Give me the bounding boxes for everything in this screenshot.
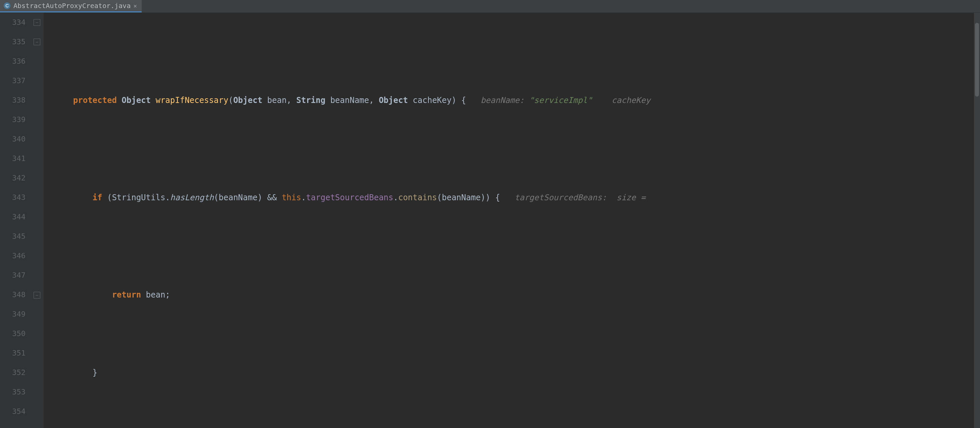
scrollbar-thumb[interactable] — [975, 23, 979, 97]
code-line[interactable]: protected Object wrapIfNecessary(Object … — [54, 90, 980, 110]
line-number[interactable]: 349 — [0, 304, 25, 324]
line-number[interactable]: 334 — [0, 13, 25, 32]
line-number[interactable]: 344 — [0, 207, 25, 227]
fold-toggle-icon[interactable]: − — [33, 38, 40, 45]
line-number[interactable]: 335 — [0, 32, 25, 52]
line-number[interactable]: 340 — [0, 130, 25, 149]
line-number[interactable]: 347 — [0, 266, 25, 285]
line-number[interactable]: 348 — [0, 285, 25, 304]
inline-debug-hint: targetSourcedBeans: size = — [515, 193, 646, 202]
editor: 3343353363373383393403413423433443453463… — [0, 13, 980, 428]
line-number-gutter: 3343353363373383393403413423433443453463… — [0, 13, 32, 428]
line-number[interactable]: 341 — [0, 149, 25, 168]
inline-debug-hint: cacheKey — [612, 95, 651, 105]
java-class-icon: C — [3, 2, 11, 10]
editor-tabbar: C AbstractAutoProxyCreator.java × — [0, 0, 980, 13]
svg-text:C: C — [5, 3, 9, 8]
line-number[interactable]: 352 — [0, 363, 25, 382]
line-number[interactable]: 354 — [0, 402, 25, 421]
line-number[interactable]: 339 — [0, 110, 25, 130]
close-icon[interactable]: × — [133, 2, 137, 10]
line-number[interactable]: 345 — [0, 227, 25, 246]
vertical-scrollbar[interactable] — [974, 13, 980, 428]
fold-toggle-icon[interactable]: − — [33, 19, 40, 26]
line-number[interactable]: 342 — [0, 168, 25, 188]
code-area[interactable]: protected Object wrapIfNecessary(Object … — [44, 13, 980, 428]
line-number[interactable]: 351 — [0, 344, 25, 363]
line-number[interactable]: 353 — [0, 382, 25, 402]
inline-debug-hint: beanName: "serviceImpl" — [481, 95, 592, 105]
fold-toggle-icon[interactable]: − — [33, 292, 40, 298]
code-line[interactable]: return bean; — [54, 285, 980, 304]
line-number[interactable]: 343 — [0, 188, 25, 207]
code-line[interactable]: } — [54, 363, 980, 382]
line-number[interactable]: 346 — [0, 246, 25, 266]
line-number[interactable]: 337 — [0, 71, 25, 90]
file-tab-label: AbstractAutoProxyCreator.java — [13, 2, 130, 10]
file-tab[interactable]: C AbstractAutoProxyCreator.java × — [0, 0, 142, 13]
line-number[interactable]: 338 — [0, 90, 25, 110]
line-number[interactable]: 350 — [0, 324, 25, 344]
folding-column: − − − — [32, 13, 44, 428]
code-line[interactable]: if (StringUtils.hasLength(beanName) && t… — [54, 188, 980, 207]
line-number[interactable]: 336 — [0, 52, 25, 71]
